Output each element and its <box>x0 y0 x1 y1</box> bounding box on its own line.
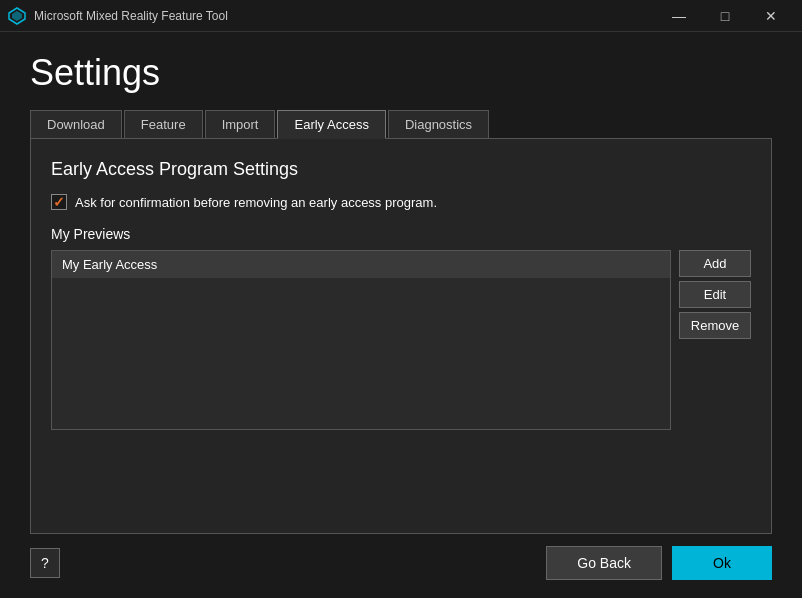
tab-download[interactable]: Download <box>30 110 122 139</box>
main-content: Settings Download Feature Import Early A… <box>0 32 802 598</box>
window-title: Microsoft Mixed Reality Feature Tool <box>34 9 656 23</box>
checkbox-label: Ask for confirmation before removing an … <box>75 195 437 210</box>
page-title: Settings <box>30 52 772 94</box>
close-button[interactable]: ✕ <box>748 0 794 32</box>
early-access-list[interactable]: My Early Access <box>51 250 671 430</box>
title-bar: Microsoft Mixed Reality Feature Tool — □… <box>0 0 802 32</box>
app-icon <box>8 7 26 25</box>
tab-content-early-access: Early Access Program Settings ✓ Ask for … <box>30 138 772 534</box>
subsection-title: My Previews <box>51 226 751 242</box>
list-and-buttons-area: My Early Access Add Edit Remove <box>51 250 751 430</box>
minimize-button[interactable]: — <box>656 0 702 32</box>
tabs-bar: Download Feature Import Early Access Dia… <box>30 110 772 139</box>
help-button[interactable]: ? <box>30 548 60 578</box>
checkbox-row: ✓ Ask for confirmation before removing a… <box>51 194 751 210</box>
maximize-button[interactable]: □ <box>702 0 748 32</box>
edit-button[interactable]: Edit <box>679 281 751 308</box>
tab-diagnostics[interactable]: Diagnostics <box>388 110 489 139</box>
tab-import[interactable]: Import <box>205 110 276 139</box>
svg-marker-1 <box>12 11 22 21</box>
add-button[interactable]: Add <box>679 250 751 277</box>
go-back-button[interactable]: Go Back <box>546 546 662 580</box>
remove-button[interactable]: Remove <box>679 312 751 339</box>
tab-feature[interactable]: Feature <box>124 110 203 139</box>
bottom-right-buttons: Go Back Ok <box>546 546 772 580</box>
tab-early-access[interactable]: Early Access <box>277 110 385 139</box>
list-item[interactable]: My Early Access <box>52 251 670 278</box>
list-action-buttons: Add Edit Remove <box>679 250 751 430</box>
confirmation-checkbox[interactable]: ✓ <box>51 194 67 210</box>
section-title: Early Access Program Settings <box>51 159 751 180</box>
checkmark-icon: ✓ <box>53 195 65 209</box>
bottom-bar: ? Go Back Ok <box>30 534 772 588</box>
window-controls: — □ ✕ <box>656 0 794 32</box>
ok-button[interactable]: Ok <box>672 546 772 580</box>
